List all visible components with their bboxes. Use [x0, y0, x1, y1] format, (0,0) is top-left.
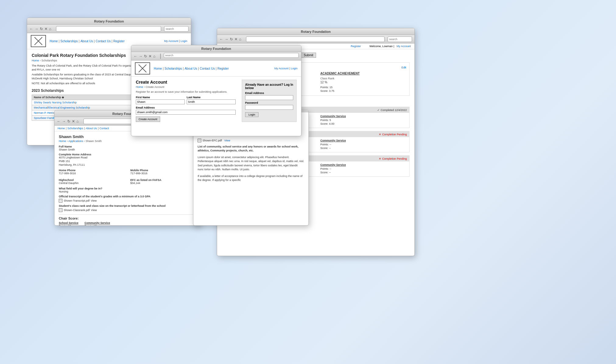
- win4-sar-link[interactable]: View: [224, 139, 230, 142]
- login-panel-title: Already Have an account? Log In below: [245, 83, 293, 90]
- nav-login[interactable]: Login: [181, 40, 187, 43]
- scholarship-link[interactable]: Shirley Swartz Nursing Scholarship: [34, 101, 77, 104]
- win2-title: Rotary Foundation: [201, 47, 231, 50]
- nav-my-account[interactable]: My Account: [164, 40, 178, 43]
- nav3-contact[interactable]: Contact: [100, 127, 109, 130]
- forward-icon3[interactable]: →: [62, 119, 66, 123]
- win1-search-input[interactable]: [164, 26, 188, 32]
- forward-icon2[interactable]: →: [139, 54, 143, 58]
- lowman-community-col: Community Service Points: -- Score: --: [320, 139, 407, 150]
- nav3-scholarships[interactable]: Scholarships: [67, 127, 83, 130]
- refresh-icon2[interactable]: ↻: [144, 54, 147, 58]
- create-account-button[interactable]: Create Account: [136, 116, 160, 122]
- ron-community-col: Community Service Points: 5 Score: 4.00: [320, 115, 407, 126]
- win2-left-panel: Create Account Home › Create Account Reg…: [136, 80, 236, 122]
- classrank-view-link[interactable]: View: [91, 209, 97, 212]
- login-password-input[interactable]: [245, 105, 293, 110]
- nav2-about[interactable]: About Us: [185, 67, 197, 70]
- win2-search-input[interactable]: [164, 53, 299, 58]
- bc3-applications[interactable]: Applications: [69, 140, 83, 143]
- nav3-about[interactable]: About Us: [86, 127, 97, 130]
- home-phone-group: Home Phone 717-999-3016: [59, 167, 124, 175]
- last-name-input[interactable]: [187, 99, 236, 104]
- win4-sar-icon: ☐: [198, 139, 201, 142]
- nav-home[interactable]: Home: [50, 40, 58, 43]
- nav-contact[interactable]: Contact Us: [96, 40, 111, 43]
- nav3-home[interactable]: Home: [58, 127, 65, 130]
- classrank-file-row: ☐ Shown-Classrank.pdf View: [59, 208, 196, 212]
- chair-school-col: School Service Points: 15 Score: 6: [59, 221, 79, 226]
- close-icon3[interactable]: ✕: [72, 119, 75, 123]
- class-rank-label: Class Rank: [320, 77, 406, 80]
- edit-link[interactable]: Edit: [401, 66, 406, 69]
- back-icon3[interactable]: ←: [57, 119, 61, 123]
- close-icon[interactable]: ✕: [44, 27, 48, 31]
- first-name-input[interactable]: [136, 99, 185, 104]
- transcript-filename: Shown-Transcript.pdf: [64, 199, 90, 202]
- submit-button[interactable]: Submit: [301, 53, 316, 58]
- win5-my-account[interactable]: My Account: [396, 45, 411, 48]
- nav2-login[interactable]: Login: [291, 67, 297, 70]
- home-icon3[interactable]: ⌂: [76, 119, 79, 123]
- chair-score-section: Chair Score: School Service Points: 15 S…: [59, 214, 196, 226]
- email-input[interactable]: [136, 110, 236, 115]
- win4-college-heading: If available, a letter of acceptance int…: [198, 174, 304, 182]
- win1-address-bar[interactable]: [56, 26, 161, 32]
- phone-row: Home Phone 717-999-3016 Mobile Phone 717…: [59, 167, 196, 175]
- win1-logo: [31, 35, 46, 47]
- back-icon5[interactable]: ←: [220, 37, 223, 41]
- win5-address-bar[interactable]: [246, 36, 385, 42]
- nav-about[interactable]: About Us: [80, 40, 93, 43]
- nav2-contact[interactable]: Contact Us: [200, 67, 215, 70]
- address-label: Complete Home Address: [59, 153, 196, 156]
- close-icon5[interactable]: ✕: [234, 37, 238, 41]
- last-name-group: Last Name: [187, 96, 236, 106]
- win5-nav-register[interactable]: Register: [351, 45, 361, 48]
- win2-description: Register for an account to save your inf…: [136, 90, 236, 93]
- mobile-phone-group: Mobile Phone 717-999-3016: [130, 167, 196, 175]
- nav2-scholarships[interactable]: Scholarships: [164, 67, 182, 70]
- chair-academic-col: ACADEMIC ACHIEVEMENT Class Rank 12 % Poi…: [320, 72, 406, 92]
- win2-address-bar[interactable]: [160, 54, 161, 59]
- home-icon5[interactable]: ⌂: [239, 37, 241, 41]
- breadcrumb-home[interactable]: Home: [32, 59, 39, 62]
- win1-nav-icons: ← → ↻ ✕ ⌂: [30, 27, 51, 31]
- win5-search-input[interactable]: [388, 36, 412, 42]
- back-icon[interactable]: ←: [30, 27, 33, 31]
- home-icon[interactable]: ⌂: [49, 27, 51, 31]
- bruce-community-col: Community Service Points: -- Score: --: [320, 163, 407, 175]
- refresh-icon5[interactable]: ↻: [230, 37, 233, 41]
- win2-account-nav: My Account | Login: [274, 67, 297, 70]
- classrank-file-icon: ☐: [59, 208, 62, 212]
- nav-register[interactable]: Register: [113, 40, 125, 43]
- win4-sar-file: Shown-EFC.pdf: [202, 139, 222, 142]
- name-row: First Name Last Name: [136, 96, 236, 106]
- transcript-view-link[interactable]: View: [91, 199, 97, 202]
- win2-nav-icons: ← → ↻ ✕ ⌂: [134, 54, 155, 58]
- address-line3: Harrisburg, PA 17111: [59, 163, 196, 166]
- forward-icon[interactable]: →: [35, 27, 38, 31]
- refresh-icon[interactable]: ↻: [40, 27, 43, 31]
- bc2-home[interactable]: Home: [136, 85, 143, 88]
- bc3-home[interactable]: Home: [59, 140, 66, 143]
- col-scholarship-name: Name of Scholarship ◆: [32, 95, 144, 100]
- login-button[interactable]: Login: [245, 112, 259, 117]
- nav2-home[interactable]: Home: [154, 67, 162, 70]
- back-icon2[interactable]: ←: [134, 54, 137, 58]
- create-account-window: Rotary Foundation ← → ↻ ✕ ⌂ Home | Schol…: [131, 45, 301, 136]
- login-email-input[interactable]: [245, 95, 293, 100]
- forward-icon5[interactable]: →: [225, 37, 228, 41]
- close-icon2[interactable]: ✕: [149, 54, 152, 58]
- scholarship-link[interactable]: Mechanical/Electrical Engineering Schola…: [34, 106, 90, 109]
- win2-heading: Create Account: [136, 80, 236, 85]
- transcript-file-icon: ☐: [59, 199, 62, 203]
- home-icon2[interactable]: ⌂: [153, 54, 155, 58]
- win5-welcome-text: Welcome, Lowman |: [369, 45, 394, 48]
- nav2-register[interactable]: Register: [217, 67, 229, 70]
- refresh-icon3[interactable]: ↻: [67, 119, 70, 123]
- nav-scholarships[interactable]: Scholarships: [60, 40, 78, 43]
- address-line2: PMB 151: [59, 160, 196, 163]
- nav2-my-account[interactable]: My Account: [274, 67, 289, 70]
- win2-content: Create Account Home › Create Account Reg…: [131, 77, 301, 125]
- highschool-group: Highschool Central Dauphin: [59, 177, 124, 185]
